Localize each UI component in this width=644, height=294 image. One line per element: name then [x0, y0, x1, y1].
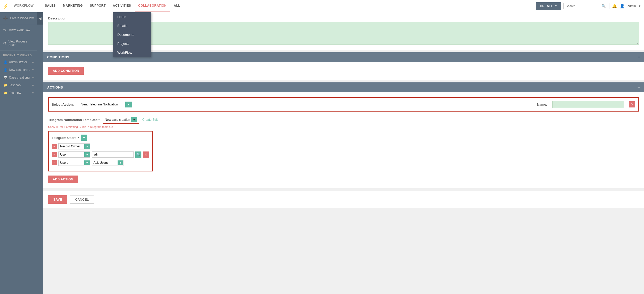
- sidebar-view-workflow[interactable]: 👁 View WorkFlow: [0, 24, 37, 36]
- actions-collapse-icon[interactable]: −: [637, 85, 640, 90]
- all-users-arrow[interactable]: ▼: [118, 160, 123, 165]
- actions-body: Select Action: Send Telegram Notificatio…: [43, 92, 644, 188]
- user-type-select: User ▼: [58, 151, 90, 158]
- folder-icon-1: 📁: [4, 83, 7, 87]
- gear-icon: ⚙: [3, 41, 6, 46]
- nav-workflow[interactable]: WORKFLOW: [10, 0, 37, 12]
- users-box-header: Telegram Users:* +: [52, 135, 149, 141]
- template-label: Telegram Notification Template:*: [48, 118, 100, 122]
- edit-icon-test-nao[interactable]: ✏: [32, 84, 34, 87]
- create-edit-link[interactable]: Create Edit: [142, 118, 158, 122]
- edit-icon-test-new[interactable]: ✏: [32, 91, 34, 95]
- dropdown-projects[interactable]: Projects: [113, 39, 151, 48]
- delete-action-button[interactable]: ✕: [629, 101, 635, 107]
- add-user-button[interactable]: +: [81, 135, 87, 141]
- nav-support[interactable]: SUPPORT: [86, 0, 109, 12]
- sidebar-collapse-btn[interactable]: ◀: [37, 12, 43, 25]
- search-icon: 🔍: [601, 4, 606, 8]
- delete-users-button[interactable]: −: [52, 160, 57, 165]
- collaboration-dropdown: Home Emails Documents Projects WorkFlow: [113, 12, 151, 57]
- dropdown-home[interactable]: Home: [113, 12, 151, 21]
- add-action-button[interactable]: ADD ACTION: [48, 176, 78, 183]
- user-row-user: − User ▼ 🔍 ✕: [52, 151, 149, 158]
- edit-icon-administrator[interactable]: ✏: [32, 61, 34, 64]
- form-actions: SAVE CANCEL: [43, 191, 644, 208]
- all-users-dropdown: ALL Users ▼: [92, 160, 123, 166]
- folder-icon-2: 📁: [4, 91, 7, 95]
- template-value: New case creation: [105, 118, 130, 122]
- template-selector: New case creation ▼: [103, 116, 139, 124]
- add-condition-button[interactable]: ADD CONDITION: [48, 67, 84, 75]
- conditions-body: ADD CONDITION: [43, 62, 644, 80]
- user-row-record-owner: − Record Owner ▼: [52, 143, 149, 149]
- plus-icon: ➕: [3, 16, 8, 20]
- recent-new-case[interactable]: 👤 New case cre... ✏: [0, 66, 37, 74]
- save-button[interactable]: SAVE: [48, 195, 67, 204]
- action-select-row: Select Action: Send Telegram Notificatio…: [48, 97, 639, 112]
- create-button[interactable]: CREATE ▼: [536, 2, 562, 10]
- recent-administrator[interactable]: 👤 Administrator ✏: [0, 58, 37, 66]
- nav-activities[interactable]: ACTIVITIES: [109, 0, 135, 12]
- delete-record-owner-button[interactable]: −: [52, 144, 57, 149]
- users-type-arrow[interactable]: ▼: [84, 160, 90, 165]
- top-nav: ⚡ WORKFLOW SALES MARKETING SUPPORT ACTIV…: [0, 0, 644, 12]
- record-owner-select[interactable]: Record Owner: [59, 144, 84, 149]
- user-row-users: − Users ▼ ALL Users ▼: [52, 160, 149, 166]
- edit-icon-new-case[interactable]: ✏: [32, 68, 34, 72]
- sidebar-create-workflow[interactable]: ➕ Create WorkFlow: [0, 12, 37, 24]
- dropdown-emails[interactable]: Emails: [113, 21, 151, 30]
- comment-icon: 💬: [4, 76, 7, 79]
- template-row: Telegram Notification Template:* New cas…: [48, 116, 639, 124]
- search-bar[interactable]: 🔍: [563, 3, 609, 9]
- users-select[interactable]: Users: [59, 160, 84, 166]
- user-avatar[interactable]: 👤: [620, 4, 625, 8]
- user-value-input[interactable]: [92, 151, 134, 158]
- cancel-button[interactable]: CANCEL: [70, 195, 94, 204]
- recent-case-creationg[interactable]: 💬 Case creationg ✏: [0, 74, 37, 81]
- admin-label: admin: [627, 4, 636, 8]
- action-select-dropdown[interactable]: Send Telegram Notification: [79, 101, 125, 108]
- sidebar-view-process-audit[interactable]: ⚙ View Process Audit: [0, 36, 37, 51]
- edit-icon-case[interactable]: ✏: [32, 76, 34, 79]
- name-input[interactable]: [552, 101, 624, 108]
- nav-sales[interactable]: SALES: [41, 0, 59, 12]
- name-field-label: Name:: [537, 103, 547, 106]
- search-input[interactable]: [566, 4, 601, 8]
- delete-user-button[interactable]: −: [52, 152, 57, 157]
- notification-icon[interactable]: 🔔: [612, 4, 617, 8]
- action-select-arrow[interactable]: ▼: [125, 102, 132, 107]
- recent-test-nao[interactable]: 📁 Test nao ✏: [0, 81, 37, 89]
- description-label: Description:: [48, 16, 68, 20]
- sidebar: ➕ Create WorkFlow 👁 View WorkFlow ⚙ View…: [0, 12, 43, 294]
- user-remove-button[interactable]: ✕: [143, 151, 149, 158]
- admin-dropdown-arrow[interactable]: ▼: [638, 5, 641, 7]
- eye-icon: 👁: [3, 28, 7, 32]
- user-select[interactable]: User: [59, 152, 84, 157]
- html-guide-link[interactable]: Show HTML Formatting Guide in Telegram t…: [48, 125, 639, 128]
- recent-test-new[interactable]: 📁 Test new ✏: [0, 89, 37, 97]
- nav-collaboration[interactable]: COLLABORATION: [135, 0, 170, 12]
- telegram-users-box: Telegram Users:* + − Record Owner ▼ −: [48, 131, 153, 171]
- user-arrow[interactable]: ▼: [84, 152, 90, 157]
- template-dropdown-arrow[interactable]: ▼: [131, 117, 137, 122]
- all-users-select[interactable]: ALL Users: [92, 160, 118, 166]
- action-select-container: Send Telegram Notification ▼: [79, 101, 132, 108]
- users-type-select: Users ▼: [58, 160, 90, 166]
- users-label: Telegram Users:*: [52, 136, 79, 140]
- user-icon-2: 👤: [4, 68, 7, 72]
- record-owner-type-select: Record Owner ▼: [58, 143, 90, 149]
- nav-marketing[interactable]: MARKETING: [59, 0, 86, 12]
- user-search-button[interactable]: 🔍: [135, 151, 141, 158]
- select-action-label: Select Action:: [52, 103, 74, 106]
- brand-logo: ⚡ WORKFLOW: [3, 0, 37, 12]
- dropdown-workflow[interactable]: WorkFlow: [113, 48, 151, 57]
- dropdown-documents[interactable]: Documents: [113, 30, 151, 39]
- actions-header: ACTIONS −: [43, 82, 644, 92]
- create-dropdown-arrow: ▼: [555, 5, 557, 7]
- nav-icons: 🔔 👤 admin ▼: [612, 4, 641, 8]
- user-icon: 👤: [4, 60, 7, 64]
- main-layout: ➕ Create WorkFlow 👁 View WorkFlow ⚙ View…: [0, 12, 644, 294]
- nav-all[interactable]: ALL: [170, 0, 184, 12]
- conditions-collapse-icon[interactable]: −: [637, 55, 640, 59]
- record-owner-arrow[interactable]: ▼: [84, 144, 90, 149]
